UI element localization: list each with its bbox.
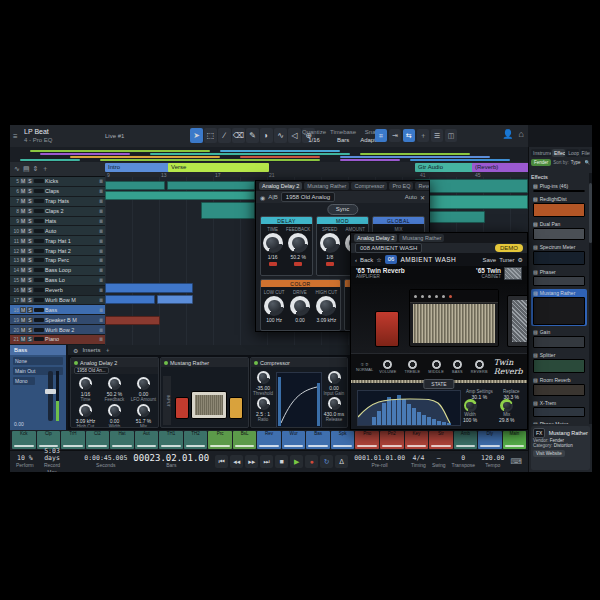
arranger-section[interactable]: Verse (168, 163, 269, 172)
browser-item[interactable]: ▧ Phaser (531, 268, 587, 287)
mixer-channel[interactable]: Pn2 (380, 431, 404, 449)
performance-readout[interactable]: 10 %Perform (16, 455, 34, 469)
browser-tab[interactable]: Files (580, 149, 590, 157)
mixer-channel[interactable]: Wur (282, 431, 306, 449)
bypass-icon[interactable]: ◉ (260, 194, 265, 201)
knob[interactable] (320, 233, 340, 253)
mute-button[interactable]: M (20, 297, 26, 303)
user-icon[interactable]: 👤 (502, 129, 513, 139)
mixer-fader-tick[interactable] (63, 445, 83, 447)
mini-amp[interactable] (191, 391, 227, 419)
knob[interactable] (137, 377, 150, 390)
cabinet-graphic[interactable] (507, 295, 527, 347)
device-name[interactable]: Mustang Rather (170, 360, 209, 366)
transport-button[interactable]: ⏮ (215, 455, 228, 468)
mixer-fader-tick[interactable] (480, 445, 500, 447)
transpose-readout[interactable]: 0Transpose (452, 455, 475, 469)
track-row[interactable]: 19 M S Speaker B M ≣ (10, 315, 105, 325)
power-dot[interactable] (164, 361, 168, 365)
solo-button[interactable]: S (27, 238, 33, 244)
track-instrument-icon[interactable]: ≣ (99, 257, 103, 263)
mixer-fader-tick[interactable] (431, 445, 451, 447)
preset-number-badge[interactable]: 06 (385, 255, 398, 264)
mixer-channel[interactable]: Str (429, 431, 453, 449)
power-dot[interactable] (74, 361, 78, 365)
expand-icon[interactable]: ⇕ (33, 165, 39, 173)
device-name[interactable]: Analog Delay 2 (80, 360, 117, 366)
mixer-channel[interactable]: TH1 (159, 431, 183, 449)
knob[interactable] (79, 377, 92, 390)
vendor-filter-chip[interactable]: Fender (531, 159, 551, 166)
knob[interactable] (257, 371, 270, 384)
tool-button[interactable]: ✎ (246, 128, 259, 143)
keyboard-icon[interactable]: ⌨ (510, 457, 522, 466)
mixer-channel[interactable]: Key (405, 431, 429, 449)
knob[interactable] (316, 296, 336, 316)
home-icon[interactable]: ⌂ (519, 129, 524, 139)
amp-knob[interactable] (432, 360, 441, 369)
mixer-fader-tick[interactable] (210, 445, 230, 447)
sync-button[interactable]: Sync (327, 204, 358, 215)
tool-button[interactable]: ⬚ (204, 128, 217, 143)
track-row[interactable]: 6 M S Claps ≣ (10, 187, 105, 197)
state-button[interactable]: STATE (423, 379, 454, 389)
track-instrument-icon[interactable]: ≣ (99, 228, 103, 234)
channel-input[interactable]: None (13, 357, 63, 365)
bars-display[interactable]: 00023.02.01.00Bars (133, 455, 209, 469)
track-instrument-icon[interactable]: ≣ (99, 188, 103, 194)
back-chevron-icon[interactable]: ‹ (355, 257, 357, 263)
mixer-channel[interactable]: Bas (306, 431, 330, 449)
led-button[interactable] (269, 262, 277, 266)
audio-clip[interactable] (415, 195, 528, 209)
audio-clip[interactable] (105, 191, 255, 200)
mixer-channel[interactable]: Kck (12, 431, 36, 449)
arranger-section[interactable]: (Reverb) (472, 163, 528, 172)
preroll-display[interactable]: 0001.01.01.00Pre-roll (354, 455, 405, 469)
audio-clip[interactable] (415, 179, 528, 193)
mini-yellow-pedal[interactable] (229, 397, 243, 419)
favorite-star-icon[interactable]: ☆ (376, 256, 381, 263)
mixer-fader-tick[interactable] (112, 445, 132, 447)
audio-clip[interactable] (167, 181, 255, 190)
plugin-tab[interactable]: Mustang Rather (304, 182, 349, 190)
sort-value[interactable]: Type (571, 160, 581, 165)
browser-item[interactable]: ▧ Dual Pan (531, 220, 587, 241)
knob[interactable] (288, 233, 308, 253)
mixer-fader-tick[interactable] (456, 445, 476, 447)
track-height-toggle[interactable]: ☰ (431, 129, 443, 142)
tool-button[interactable]: ∕ (218, 128, 231, 143)
width-knob[interactable] (464, 399, 477, 412)
track-instrument-icon[interactable]: ≣ (99, 287, 103, 293)
mixer-channel[interactable]: TH2 (184, 431, 208, 449)
browser-tab[interactable]: Effects (552, 149, 565, 157)
mute-button[interactable]: M (20, 317, 26, 323)
amp-knob[interactable] (408, 360, 417, 369)
mute-button[interactable]: M (20, 307, 26, 313)
plugin-tab[interactable]: Reverb (415, 182, 429, 190)
twin-reverb-amp[interactable] (409, 289, 499, 347)
ripple-toggle[interactable]: ⇆ (403, 129, 415, 142)
browser-item[interactable]: ▧ RedlightDist (531, 195, 587, 218)
mixer-channel[interactable]: Hat (110, 431, 134, 449)
snap-toggle[interactable]: ⌗ (375, 129, 387, 142)
track-row[interactable]: 7 M S Trap Hats ≣ (10, 197, 105, 207)
track-instrument-icon[interactable]: ≣ (99, 238, 103, 244)
timebase-dropdown[interactable]: Timebase Bars (330, 128, 356, 144)
arranger-section[interactable]: Intro (105, 163, 170, 172)
knob[interactable] (108, 404, 121, 417)
solo-button[interactable]: S (27, 267, 33, 273)
track-instrument-icon[interactable]: ≣ (99, 248, 103, 254)
solo-button[interactable]: S (27, 257, 33, 263)
browser-item[interactable]: ▧ Mustang Rather (531, 289, 587, 326)
tool-button[interactable]: ➤ (190, 128, 203, 143)
mute-button[interactable]: M (20, 188, 26, 194)
browser-tab[interactable]: Loops (566, 149, 578, 157)
browser-item[interactable]: ▧ Room Reverb (531, 376, 587, 397)
solo-button[interactable]: S (27, 188, 33, 194)
track-instrument-icon[interactable]: ≣ (99, 208, 103, 214)
add-track-icon[interactable]: ＋ (41, 164, 48, 174)
save-button[interactable]: Save (482, 257, 496, 263)
solo-button[interactable]: S (27, 208, 33, 214)
transport-button[interactable]: Δ (335, 455, 348, 468)
mixer-fader-tick[interactable] (407, 445, 427, 447)
